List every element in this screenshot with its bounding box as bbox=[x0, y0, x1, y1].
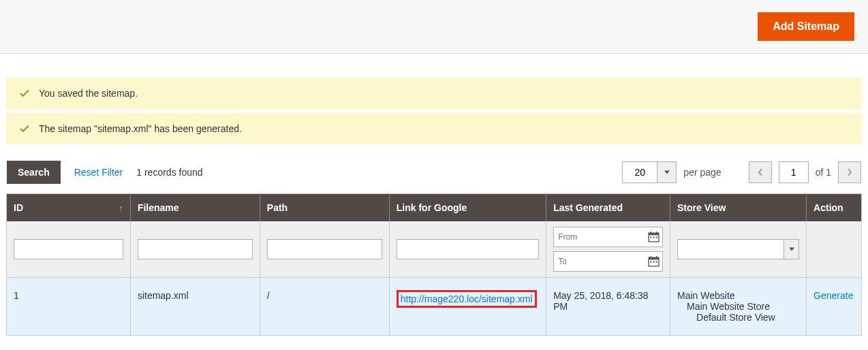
col-header-action: Action bbox=[807, 194, 862, 222]
col-header-id[interactable]: ID↑ bbox=[7, 194, 131, 222]
filter-date-from-input[interactable] bbox=[553, 227, 663, 247]
filter-path-input[interactable] bbox=[267, 239, 382, 259]
filter-date-to-wrap bbox=[553, 251, 663, 272]
col-header-lastgen[interactable]: Last Generated bbox=[546, 194, 670, 222]
filter-date-to-input[interactable] bbox=[553, 251, 663, 272]
chevron-left-icon bbox=[758, 168, 763, 176]
grid-toolbar: Search Reset Filter 1 records found per … bbox=[0, 148, 868, 193]
check-icon bbox=[18, 87, 31, 99]
filter-google-input[interactable] bbox=[397, 239, 539, 259]
svg-rect-5 bbox=[650, 237, 651, 238]
triangle-down-icon bbox=[789, 246, 794, 252]
google-sitemap-link[interactable]: http://mage220.loc/sitemap.xml bbox=[397, 290, 537, 308]
svg-rect-12 bbox=[650, 261, 651, 263]
prev-page-button[interactable] bbox=[749, 161, 772, 183]
svg-rect-9 bbox=[649, 257, 659, 259]
search-button[interactable]: Search bbox=[7, 161, 61, 184]
svg-rect-6 bbox=[653, 237, 654, 238]
svg-marker-0 bbox=[664, 171, 670, 174]
col-header-google[interactable]: Link for Google bbox=[389, 194, 546, 222]
cell-id: 1 bbox=[7, 278, 131, 336]
col-header-filename[interactable]: Filename bbox=[130, 194, 260, 222]
perpage-wrap bbox=[622, 161, 677, 183]
perpage-label: per page bbox=[683, 167, 721, 178]
toolbar-right: per page of 1 bbox=[622, 161, 861, 183]
triangle-down-icon bbox=[664, 170, 670, 175]
success-message: The sitemap "sitemap.xml" has been gener… bbox=[6, 113, 862, 144]
cell-filename: sitemap.xml bbox=[130, 278, 260, 336]
sitemap-grid: ID↑ Filename Path Link for Google Last G… bbox=[6, 193, 862, 336]
cell-storeview: Main Website Main Website Store Default … bbox=[670, 278, 807, 336]
chevron-right-icon bbox=[847, 168, 852, 176]
message-text: You saved the sitemap. bbox=[39, 88, 138, 99]
filter-row bbox=[7, 221, 862, 278]
cell-lastgen: May 25, 2018, 6:48:38 PM bbox=[546, 278, 670, 336]
message-text: The sitemap "sitemap.xml" has been gener… bbox=[39, 123, 242, 134]
page-total: of 1 bbox=[816, 167, 831, 178]
svg-rect-7 bbox=[656, 237, 657, 238]
page-input[interactable] bbox=[779, 161, 809, 183]
filter-storeview-dropdown[interactable] bbox=[784, 239, 799, 259]
svg-rect-14 bbox=[656, 261, 657, 263]
reset-filter-link[interactable]: Reset Filter bbox=[74, 167, 123, 178]
sort-arrow-up-icon: ↑ bbox=[119, 203, 123, 213]
col-label: ID bbox=[14, 202, 23, 213]
filter-storeview-select-wrap bbox=[677, 239, 799, 259]
generate-link[interactable]: Generate bbox=[813, 290, 853, 301]
table-row[interactable]: 1 sitemap.xml / http://mage220.loc/sitem… bbox=[7, 278, 862, 336]
cell-action: Generate bbox=[807, 278, 862, 336]
next-page-button[interactable] bbox=[838, 161, 861, 183]
filter-id-input[interactable] bbox=[14, 239, 123, 259]
filter-storeview-select[interactable] bbox=[677, 239, 784, 259]
svg-rect-13 bbox=[653, 261, 654, 263]
cell-path: / bbox=[260, 278, 389, 336]
add-sitemap-button[interactable]: Add Sitemap bbox=[758, 12, 854, 41]
header-row: ID↑ Filename Path Link for Google Last G… bbox=[7, 194, 862, 222]
cell-google: http://mage220.loc/sitemap.xml bbox=[389, 278, 546, 336]
col-header-path[interactable]: Path bbox=[260, 194, 389, 222]
calendar-icon[interactable] bbox=[648, 231, 660, 242]
store-sub1: Main Website Store bbox=[677, 301, 799, 312]
perpage-dropdown[interactable] bbox=[657, 161, 677, 183]
filter-date-from-wrap bbox=[553, 227, 663, 247]
svg-rect-2 bbox=[649, 233, 659, 235]
calendar-icon[interactable] bbox=[648, 255, 660, 267]
header-bar: Add Sitemap bbox=[0, 0, 868, 54]
perpage-input[interactable] bbox=[622, 161, 657, 183]
check-icon bbox=[18, 123, 31, 135]
col-header-storeview[interactable]: Store View bbox=[670, 194, 807, 222]
filter-filename-input[interactable] bbox=[138, 239, 253, 259]
messages-container: You saved the sitemap. The sitemap "site… bbox=[0, 78, 868, 144]
success-message: You saved the sitemap. bbox=[6, 78, 862, 109]
store-main: Main Website bbox=[677, 290, 799, 301]
store-sub2: Default Store View bbox=[677, 312, 799, 323]
records-count: 1 records found bbox=[136, 167, 202, 178]
svg-marker-15 bbox=[789, 248, 794, 251]
